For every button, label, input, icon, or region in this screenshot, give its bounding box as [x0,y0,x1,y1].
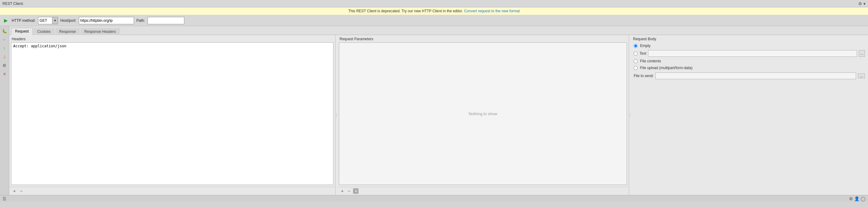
file-contents-radio[interactable] [634,59,638,63]
title-bar-right: ⚙ ▾ [858,1,866,6]
headers-label: Headers [9,35,335,42]
status-user-button[interactable]: 👤 [854,196,860,201]
params-empty-text: Nothing to show [469,112,497,116]
empty-radio[interactable] [634,44,638,48]
params-footer: + − ✕ [337,187,629,195]
status-gear-button[interactable]: ⚙ [849,196,853,201]
params-clear-button[interactable]: ✕ [353,188,359,194]
status-bar-left: ☰ [2,196,6,201]
file-upload-radio[interactable] [634,66,638,70]
text-radio-row: Text … [630,49,868,58]
headers-add-button[interactable]: + [12,188,17,194]
tabs-row: Request Cookies Response Response Header… [9,26,868,35]
title-label: REST Client: [2,2,24,6]
host-port-label: Host/port: [60,19,76,23]
tab-cookies[interactable]: Cookies [33,28,55,35]
file-contents-radio-label[interactable]: File contents [640,59,661,63]
headers-remove-button[interactable]: − [19,188,24,194]
left-toolbar: 🐛 ← ↑ ⤓ ⚙ ✕ [0,26,9,195]
headers-panel: Headers Accept: application/json + − [9,35,336,195]
title-bar: REST Client: ⚙ ▾ [0,0,868,7]
file-browse-button[interactable]: ... [858,73,865,78]
file-contents-radio-row: File contents [630,58,868,64]
main-area: 🐛 ← ↑ ⤓ ⚙ ✕ Request Cookies Response Res… [0,26,868,195]
settings-dropdown-button[interactable]: ▾ [863,1,866,6]
status-left-icon-button[interactable]: ☰ [2,196,6,201]
http-method-label: HTTP method: [12,19,36,23]
deprecation-message: This REST Client is deprecated. Try our … [348,9,463,13]
headers-textarea[interactable]: Accept: application/json [11,43,333,184]
params-label: Request Parameters [337,35,629,42]
params-panel: Request Parameters Nothing to show + − ✕ [337,35,629,195]
body-label: Request Body [630,35,868,42]
params-remove-button[interactable]: − [346,188,352,194]
tab-response[interactable]: Response [55,28,80,35]
text-radio[interactable] [634,52,638,56]
up-icon-button[interactable]: ↑ [1,45,8,52]
host-input[interactable] [79,17,134,24]
path-label: Path: [136,19,145,23]
status-bar: ☰ ⚙ 👤 ◯ [0,195,868,202]
params-empty: Nothing to show [339,42,627,185]
body-panel: Request Body Empty Text … File contents [630,35,868,195]
file-upload-radio-label[interactable]: File upload (multipart/form-data) [640,66,692,70]
file-to-send-input[interactable] [655,72,856,79]
headers-footer: + − [9,187,335,195]
deprecation-banner: This REST Client is deprecated. Try our … [0,7,868,15]
file-to-send-row: File to send: ... [630,71,868,81]
status-bar-right: ⚙ 👤 ◯ [849,196,866,201]
http-method-row: ▶ HTTP method: ▾ Host/port: Path: [0,15,868,26]
headers-textarea-wrapper: Accept: application/json [11,42,333,185]
empty-radio-label[interactable]: Empty [640,43,651,48]
convert-link[interactable]: Convert request to the new format [464,9,520,13]
bug-icon-button[interactable]: 🐛 [1,27,8,35]
tab-request[interactable]: Request [11,28,33,35]
text-radio-label[interactable]: Text [640,51,646,56]
back-icon-button[interactable]: ← [1,36,8,43]
method-dropdown-button[interactable]: ▾ [52,17,58,24]
tab-response-headers[interactable]: Response Headers [80,28,120,35]
path-input[interactable] [148,17,184,24]
gear-settings-button[interactable]: ⚙ [858,1,862,6]
text-body-button[interactable]: … [859,50,865,57]
status-circle-button[interactable]: ◯ [861,196,866,201]
run-button[interactable]: ▶ [2,17,9,24]
panels-row: Headers Accept: application/json + − Req… [9,35,868,195]
title-bar-left: REST Client: [2,2,24,6]
method-select-wrapper: ▾ [38,17,58,24]
params-add-button[interactable]: + [340,188,345,194]
close-icon-button[interactable]: ✕ [1,70,8,78]
content-area: Request Cookies Response Response Header… [9,26,868,195]
file-upload-radio-row: File upload (multipart/form-data) [630,64,868,71]
download-icon-button[interactable]: ⤓ [1,53,8,60]
resize-handle-2[interactable] [629,35,630,195]
text-body-input[interactable] [648,50,857,57]
settings-icon-button[interactable]: ⚙ [1,62,8,69]
resize-handle-1[interactable] [336,35,337,195]
file-to-send-label: File to send: [634,74,654,78]
empty-radio-row: Empty [630,42,868,49]
method-input[interactable] [38,17,52,24]
